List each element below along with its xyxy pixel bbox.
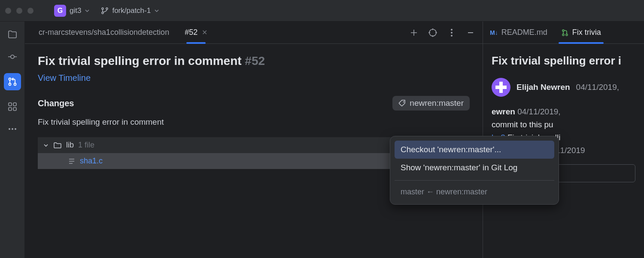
svg-rect-9 [9,108,12,111]
branch-icon [101,7,109,15]
svg-point-0 [102,8,103,9]
file-name: sha1.c [80,157,103,166]
project-badge: G [54,5,66,17]
author-date: 04/11/2019, [576,83,619,92]
branch-name: fork/patch-1 [112,6,151,15]
minimize-panel-icon[interactable] [465,28,476,38]
close-window-button[interactable] [5,8,11,14]
svg-point-20 [562,34,564,36]
right-tab-pr-label: Fix trivia [572,28,601,37]
commit-count-row: commit to this pu [492,120,635,129]
view-timeline-link[interactable]: View Timeline [38,73,91,83]
context-menu: Checkout 'newren:master'... Show 'newren… [390,136,559,205]
avatar [492,78,510,97]
svg-point-16 [451,32,453,34]
tab-actions [409,28,476,38]
folder-name: lib [66,141,74,150]
svg-point-15 [451,29,453,31]
pull-request-icon [561,29,569,37]
window-controls [5,8,33,14]
svg-rect-8 [13,103,16,106]
file-icon [68,157,76,165]
svg-rect-10 [13,108,16,111]
changes-label: Changes [38,98,74,108]
svg-point-1 [102,12,103,14]
folder-icon [53,141,62,150]
change-description: Fix trivial spelling error in comment [38,117,470,127]
right-tab-pr[interactable]: Fix trivia [554,22,608,43]
chevron-down-icon [154,8,159,13]
more-icon[interactable] [447,28,457,38]
svg-point-11 [9,128,10,130]
target-icon[interactable] [428,28,438,38]
tag-icon [398,99,406,107]
commit-author-row: ewren 04/11/2019, [492,107,635,117]
branch-chip-label: newren:master [410,98,464,108]
svg-point-2 [106,8,108,9]
rail-pull-request-icon[interactable] [4,73,21,90]
tab-breadcrumb[interactable]: cr-marcstevens/sha1collisiondetection [32,22,176,43]
svg-point-3 [11,55,14,58]
rail-folder-icon[interactable] [6,28,18,40]
add-icon[interactable] [409,28,419,38]
svg-point-12 [12,128,13,130]
tab-bar: cr-marcstevens/sha1collisiondetection #5… [25,22,483,44]
author-row: Elijah Newren 04/11/2019, [492,78,635,97]
maximize-window-button[interactable] [27,8,33,14]
svg-point-18 [403,101,404,103]
right-tab-readme-label: README.md [501,28,547,37]
context-footer: master ← newren:master [395,184,554,200]
folder-file-count: 1 file [78,141,94,150]
branch-chip[interactable]: newren:master [392,96,470,111]
changes-header: Changes newren:master [38,96,470,111]
svg-point-21 [566,34,568,36]
menu-separator [395,180,554,181]
chevron-down-icon [85,8,90,13]
breadcrumb-text: cr-marcstevens/sha1collisiondetection [39,28,169,37]
svg-point-19 [562,30,564,31]
context-show-log[interactable]: Show 'newren:master' in Git Log [395,159,554,177]
commit-author-date: 04/11/2019, [517,107,560,116]
svg-point-14 [429,29,436,36]
svg-point-6 [14,83,16,86]
svg-point-5 [9,83,11,86]
project-name: git3 [70,6,81,15]
rail-apps-icon[interactable] [6,101,18,113]
pr-number: #52 [245,54,265,68]
author-name: Elijah Newren [516,83,570,92]
tab-pr-label: #52 [185,28,197,37]
tab-pr[interactable]: #52 ✕ [178,22,214,43]
pr-title-text: Fix trivial spelling error in comment [38,54,242,68]
pr-title: Fix trivial spelling error in comment #5… [38,54,470,68]
markdown-icon: M↓ [490,29,498,36]
right-tab-readme[interactable]: M↓ README.md [483,22,554,43]
right-tab-bar: M↓ README.md Fix trivia [483,22,644,44]
rail-commit-icon[interactable] [6,51,18,63]
context-checkout[interactable]: Checkout 'newren:master'... [395,141,554,159]
commit-author-short: ewren [492,107,515,116]
project-selector[interactable]: G git3 [51,3,93,18]
rail-more-icon[interactable] [6,123,18,135]
branch-selector[interactable]: fork/patch-1 [97,5,163,17]
svg-point-4 [9,78,11,80]
svg-point-13 [15,128,16,130]
titlebar: G git3 fork/patch-1 [0,0,644,22]
right-title: Fix trivial spelling error i [492,54,635,68]
svg-point-17 [451,35,453,37]
close-icon[interactable]: ✕ [202,28,207,37]
minimize-window-button[interactable] [16,8,22,14]
svg-rect-7 [9,103,12,106]
chevron-down-icon [43,142,49,148]
left-rail [0,22,25,258]
